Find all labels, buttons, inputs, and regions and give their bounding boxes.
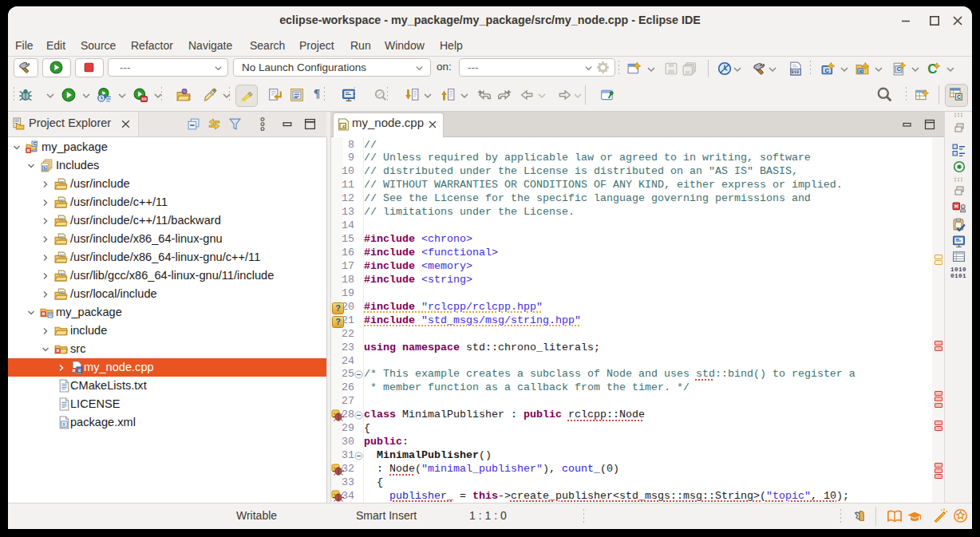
svg-text:C: C [957, 94, 961, 100]
svg-text:c: c [859, 68, 863, 73]
svg-text:.c: .c [342, 124, 346, 128]
svg-text:C: C [897, 65, 902, 73]
svg-text:h: h [44, 165, 47, 170]
svg-text:C: C [927, 61, 937, 76]
svg-text:C: C [825, 67, 830, 74]
svg-text:010: 010 [792, 70, 800, 75]
